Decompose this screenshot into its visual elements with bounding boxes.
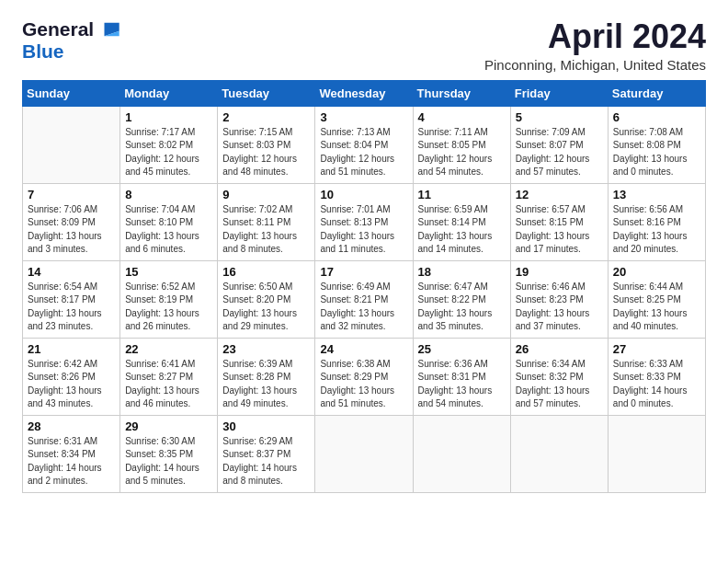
day-cell [510,415,608,492]
day-cell: 5Sunrise: 7:09 AM Sunset: 8:07 PM Daylig… [510,106,608,183]
day-number: 5 [516,110,603,124]
day-cell: 16Sunrise: 6:50 AM Sunset: 8:20 PM Dayli… [218,260,315,338]
day-cell: 10Sunrise: 7:01 AM Sunset: 8:13 PM Dayli… [315,183,413,260]
day-number: 1 [125,110,212,124]
day-info: Sunrise: 7:06 AM Sunset: 8:09 PM Dayligh… [28,203,115,257]
day-info: Sunrise: 6:41 AM Sunset: 8:27 PM Dayligh… [125,358,212,411]
day-cell [608,415,705,492]
day-info: Sunrise: 6:38 AM Sunset: 8:29 PM Dayligh… [320,358,407,411]
header-tuesday: Tuesday [218,80,315,106]
day-cell: 4Sunrise: 7:11 AM Sunset: 8:05 PM Daylig… [413,106,510,183]
day-number: 25 [418,342,506,356]
header-saturday: Saturday [608,80,705,106]
logo-blue: Blue [22,40,64,62]
week-row-1: 1Sunrise: 7:17 AM Sunset: 8:02 PM Daylig… [23,106,706,183]
day-cell: 7Sunrise: 7:06 AM Sunset: 8:09 PM Daylig… [23,183,120,260]
day-cell [413,415,510,492]
day-cell: 19Sunrise: 6:46 AM Sunset: 8:23 PM Dayli… [510,260,608,338]
day-number: 14 [28,265,115,279]
day-cell: 6Sunrise: 7:08 AM Sunset: 8:08 PM Daylig… [608,106,705,183]
day-number: 26 [516,342,603,356]
day-info: Sunrise: 6:49 AM Sunset: 8:21 PM Dayligh… [320,281,407,334]
day-info: Sunrise: 7:15 AM Sunset: 8:03 PM Dayligh… [222,126,310,179]
day-cell: 23Sunrise: 6:39 AM Sunset: 8:28 PM Dayli… [218,338,315,415]
day-number: 10 [320,188,407,201]
week-row-5: 28Sunrise: 6:31 AM Sunset: 8:34 PM Dayli… [23,415,706,492]
day-cell: 22Sunrise: 6:41 AM Sunset: 8:27 PM Dayli… [120,338,218,415]
day-info: Sunrise: 7:13 AM Sunset: 8:04 PM Dayligh… [320,126,407,179]
day-info: Sunrise: 7:09 AM Sunset: 8:07 PM Dayligh… [516,126,603,179]
day-info: Sunrise: 6:52 AM Sunset: 8:19 PM Dayligh… [125,281,212,334]
day-cell: 13Sunrise: 6:56 AM Sunset: 8:16 PM Dayli… [608,183,705,260]
day-info: Sunrise: 6:50 AM Sunset: 8:20 PM Dayligh… [222,281,310,334]
day-number: 22 [125,342,212,356]
day-info: Sunrise: 6:29 AM Sunset: 8:37 PM Dayligh… [222,435,310,488]
day-number: 4 [418,110,506,124]
day-number: 15 [125,265,212,279]
day-cell: 15Sunrise: 6:52 AM Sunset: 8:19 PM Dayli… [120,260,218,338]
day-number: 23 [222,342,310,356]
location-title: Pinconning, Michigan, United States [484,57,706,73]
day-number: 8 [125,188,212,201]
day-number: 24 [320,342,407,356]
day-cell: 30Sunrise: 6:29 AM Sunset: 8:37 PM Dayli… [218,415,315,492]
day-number: 11 [418,188,506,201]
day-info: Sunrise: 6:47 AM Sunset: 8:22 PM Dayligh… [418,281,506,334]
day-number: 27 [613,342,700,356]
day-info: Sunrise: 7:11 AM Sunset: 8:05 PM Dayligh… [418,126,506,179]
logo-general: General [22,18,94,40]
day-cell: 2Sunrise: 7:15 AM Sunset: 8:03 PM Daylig… [218,106,315,183]
day-number: 21 [28,342,115,356]
day-cell: 3Sunrise: 7:13 AM Sunset: 8:04 PM Daylig… [315,106,413,183]
week-row-4: 21Sunrise: 6:42 AM Sunset: 8:26 PM Dayli… [23,338,706,415]
header-sunday: Sunday [23,80,120,106]
header-wednesday: Wednesday [315,80,413,106]
day-info: Sunrise: 6:31 AM Sunset: 8:34 PM Dayligh… [28,435,115,488]
day-info: Sunrise: 7:04 AM Sunset: 8:10 PM Dayligh… [125,203,212,257]
day-cell: 26Sunrise: 6:34 AM Sunset: 8:32 PM Dayli… [510,338,608,415]
header-thursday: Thursday [413,80,510,106]
day-info: Sunrise: 6:46 AM Sunset: 8:23 PM Dayligh… [516,281,603,334]
day-info: Sunrise: 6:30 AM Sunset: 8:35 PM Dayligh… [125,435,212,488]
day-cell: 29Sunrise: 6:30 AM Sunset: 8:35 PM Dayli… [120,415,218,492]
day-cell: 24Sunrise: 6:38 AM Sunset: 8:29 PM Dayli… [315,338,413,415]
day-cell [315,415,413,492]
day-number: 9 [222,188,310,201]
day-number: 28 [28,419,115,433]
day-number: 6 [613,110,700,124]
day-cell: 14Sunrise: 6:54 AM Sunset: 8:17 PM Dayli… [23,260,120,338]
day-number: 16 [222,265,310,279]
day-number: 17 [320,265,407,279]
day-info: Sunrise: 6:42 AM Sunset: 8:26 PM Dayligh… [28,358,115,411]
day-info: Sunrise: 6:33 AM Sunset: 8:33 PM Dayligh… [613,358,700,411]
day-info: Sunrise: 6:39 AM Sunset: 8:28 PM Dayligh… [222,358,310,411]
day-cell: 1Sunrise: 7:17 AM Sunset: 8:02 PM Daylig… [120,106,218,183]
day-cell: 18Sunrise: 6:47 AM Sunset: 8:22 PM Dayli… [413,260,510,338]
logo-icon [96,21,121,38]
month-title: April 2024 [484,18,706,55]
day-number: 18 [418,265,506,279]
day-info: Sunrise: 6:57 AM Sunset: 8:15 PM Dayligh… [516,203,603,257]
day-info: Sunrise: 6:34 AM Sunset: 8:32 PM Dayligh… [516,358,603,411]
day-info: Sunrise: 6:36 AM Sunset: 8:31 PM Dayligh… [418,358,506,411]
day-cell [23,106,120,183]
day-info: Sunrise: 6:56 AM Sunset: 8:16 PM Dayligh… [613,203,700,257]
day-cell: 8Sunrise: 7:04 AM Sunset: 8:10 PM Daylig… [120,183,218,260]
day-number: 3 [320,110,407,124]
day-info: Sunrise: 7:02 AM Sunset: 8:11 PM Dayligh… [222,203,310,257]
day-cell: 28Sunrise: 6:31 AM Sunset: 8:34 PM Dayli… [23,415,120,492]
week-row-2: 7Sunrise: 7:06 AM Sunset: 8:09 PM Daylig… [23,183,706,260]
day-info: Sunrise: 7:01 AM Sunset: 8:13 PM Dayligh… [320,203,407,257]
day-cell: 12Sunrise: 6:57 AM Sunset: 8:15 PM Dayli… [510,183,608,260]
page-header: General Blue April 2024 Pinconning, Mich… [22,18,706,73]
day-number: 20 [613,265,700,279]
day-cell: 17Sunrise: 6:49 AM Sunset: 8:21 PM Dayli… [315,260,413,338]
title-area: April 2024 Pinconning, Michigan, United … [484,18,706,73]
day-number: 7 [28,188,115,201]
header-monday: Monday [120,80,218,106]
day-cell: 20Sunrise: 6:44 AM Sunset: 8:25 PM Dayli… [608,260,705,338]
calendar-table: SundayMondayTuesdayWednesdayThursdayFrid… [22,80,706,493]
day-number: 2 [222,110,310,124]
day-info: Sunrise: 7:08 AM Sunset: 8:08 PM Dayligh… [613,126,700,179]
day-cell: 25Sunrise: 6:36 AM Sunset: 8:31 PM Dayli… [413,338,510,415]
